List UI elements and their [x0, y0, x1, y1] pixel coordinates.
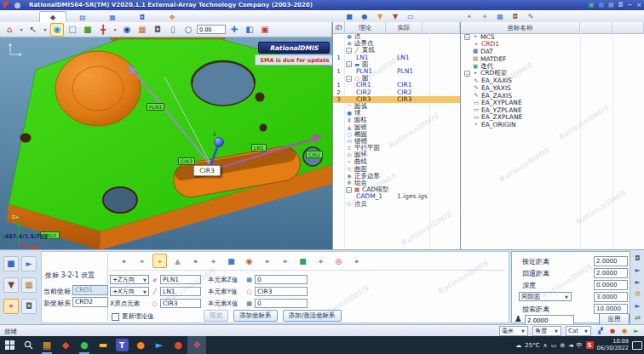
coordinate-setup-icon[interactable]: ⌖ [3, 299, 19, 314]
sphere-view-icon[interactable]: ● [359, 12, 370, 22]
battery-icon[interactable]: ▭ [551, 342, 557, 349]
snapshot-camera-icon[interactable]: ◘ [151, 23, 164, 37]
label-cir3[interactable]: CIR3 [178, 157, 195, 165]
feature-tree-row[interactable]: 1LN1LN1 [333, 54, 460, 61]
taskbar-app-office[interactable]: ● [169, 336, 187, 354]
view-axis-icon[interactable]: ╋ [96, 23, 110, 37]
expand-toggle[interactable]: − [346, 61, 352, 67]
expand-toggle[interactable]: − [464, 34, 470, 40]
units-select[interactable]: 毫米 ▼ [499, 326, 528, 336]
coord-table-icon[interactable]: ▦ [495, 12, 505, 22]
record-icon[interactable]: ● [607, 326, 618, 336]
feature-field[interactable]: PLN1 [160, 275, 201, 284]
coord-add-icon[interactable]: ⌖ [480, 12, 490, 22]
zoom-input[interactable] [197, 25, 226, 34]
feature-tree-row[interactable]: ○椭圆 [333, 131, 460, 138]
gear-icon[interactable]: ⚙ [632, 288, 643, 300]
feature-tree-row[interactable]: ●球 [333, 110, 460, 117]
add-cs-button[interactable]: 添加坐标系 [233, 310, 278, 322]
taskbar-app-explorer[interactable]: ▬ [94, 336, 112, 354]
new-coord-field[interactable]: CRD2 [72, 297, 108, 307]
feature-tree-row[interactable]: ◠圆弧 [333, 103, 460, 110]
coordinate-tree-row[interactable]: ✎EA_ZAXIS [461, 92, 644, 100]
expand-toggle[interactable]: − [346, 76, 352, 82]
add-activate-cs-button[interactable]: 添加/激活坐标系 [283, 310, 342, 322]
filter-icon[interactable]: ▼ [375, 12, 385, 22]
chevron-down-icon[interactable]: ▾ [42, 23, 49, 37]
feature-tree-row[interactable]: CADM_11.iges.igs [333, 193, 460, 200]
tray-expand-icon[interactable]: ∧ [543, 342, 548, 349]
rotate-mode-icon[interactable]: ◉ [50, 23, 64, 37]
monitor-icon[interactable]: ▭ [405, 12, 416, 22]
app-menu-icon[interactable] [14, 3, 20, 9]
coord-tab-icon[interactable]: ⌖ [464, 12, 474, 22]
capture-icon[interactable]: ▣ [589, 1, 595, 9]
cs-part-icon[interactable]: ⌖ [135, 254, 149, 268]
taskbar-app-teams[interactable]: T [112, 336, 131, 354]
coordinate-tree-row[interactable]: ▭EA_YZPLANE [461, 106, 644, 114]
measure-field-value[interactable]: 2.0000 [594, 268, 628, 278]
expand-toggle[interactable]: − [346, 48, 352, 54]
hand-probe-icon[interactable]: ► [632, 265, 643, 276]
feature-tree-row[interactable]: ◇曲面 [333, 166, 460, 173]
cs-machine-icon[interactable]: ⌖ [117, 254, 131, 268]
hand-probe3-icon[interactable]: ► [632, 300, 643, 311]
checkbox-box[interactable] [112, 313, 119, 321]
notification-center-icon[interactable] [632, 341, 642, 350]
report-icon[interactable]: ▤ [608, 1, 614, 9]
minimize-button[interactable]: − [627, 1, 632, 9]
taskbar-app-wechat[interactable]: ● [75, 336, 94, 354]
temperature[interactable]: 25°C [525, 342, 539, 349]
cs-solid-icon[interactable]: ■ [296, 254, 310, 268]
coordinate-tree-row[interactable]: ✎EA_YAXIS [461, 84, 644, 92]
ime-indicator[interactable]: 中 [577, 341, 583, 350]
fit-view-icon[interactable]: ■ [81, 23, 95, 37]
coordinate-tree-row[interactable]: −⌖CRD框架 [461, 70, 644, 77]
coordinate-tree-row[interactable]: ▭EA_XYPLANE [461, 99, 644, 106]
probe-rack-icon[interactable]: ▦ [21, 277, 37, 293]
cs-rotate-icon[interactable]: ⌖ [260, 254, 274, 268]
update-theory-checkbox[interactable]: 更新理论值 [112, 312, 154, 321]
direction-select[interactable]: +Z方向▼ [110, 275, 149, 284]
clock[interactable]: 10:09 06/30/2022 [597, 339, 629, 351]
clearance-plane-select[interactable]: 间隙面▼ [519, 292, 572, 301]
features-cube-icon[interactable]: ■ [344, 12, 354, 22]
filter-alt-icon[interactable]: ▼ [390, 12, 400, 22]
coordinate-tree-row[interactable]: −⌖MCS [461, 33, 644, 41]
chevron-down-icon[interactable]: ▾ [18, 23, 25, 37]
cs-iterate-icon[interactable]: ◎ [331, 254, 346, 268]
close-button[interactable]: × [636, 1, 641, 9]
feature-tree-row[interactable]: ▭键槽 [333, 138, 460, 145]
coordinate-tree-row[interactable]: ✎EA_XAXIS [461, 77, 644, 85]
coordinate-tree-row[interactable]: ▦DAT [461, 48, 644, 55]
clip-plane-icon[interactable]: ✚ [227, 23, 241, 37]
taskbar-app-firefox[interactable]: ● [131, 336, 150, 354]
apply-button[interactable]: 应用 [599, 313, 630, 325]
feature-tree-row[interactable]: ~曲线 [333, 158, 460, 165]
measure-field-value[interactable]: 10.0000 [594, 304, 628, 314]
current-coord-field[interactable]: CRD1 [72, 285, 108, 295]
weather-icon[interactable]: ☁ [515, 342, 521, 349]
probe-tip-sphere[interactable] [215, 138, 224, 147]
zoom-window-icon[interactable]: □ [66, 23, 79, 37]
element-value-field[interactable]: CIR3 [255, 287, 308, 296]
feature-column-header[interactable]: 理论 [345, 22, 386, 33]
feature-tree-row[interactable]: ≡平行平面 [333, 145, 460, 151]
tab-table[interactable]: ▦ [99, 11, 126, 22]
cs-align-icon[interactable]: ⌖ [313, 254, 328, 268]
volume-icon[interactable]: ◄ [568, 342, 572, 349]
angle-select[interactable]: 角度 ▼ [532, 326, 561, 336]
cs-cube-icon[interactable]: ■ [224, 254, 239, 268]
direction-select[interactable]: +X方向▼ [110, 287, 149, 296]
feature-column-header[interactable]: ID [333, 22, 345, 33]
feature-tree-row[interactable]: ◆正多边形 [333, 173, 460, 180]
feature-field[interactable]: CIR3 [160, 299, 201, 308]
measure-field-value[interactable]: 0.0000 [594, 280, 628, 290]
tab-report[interactable]: ◘ [129, 11, 156, 22]
start-button[interactable] [0, 336, 19, 354]
tab-model[interactable]: ❖ [158, 11, 186, 22]
sogou-icon[interactable]: S [586, 341, 594, 349]
delete-trash-icon[interactable]: ▯ [166, 23, 180, 37]
search-button[interactable] [19, 336, 37, 354]
measure-field-value[interactable]: 2.0000 [594, 256, 628, 266]
